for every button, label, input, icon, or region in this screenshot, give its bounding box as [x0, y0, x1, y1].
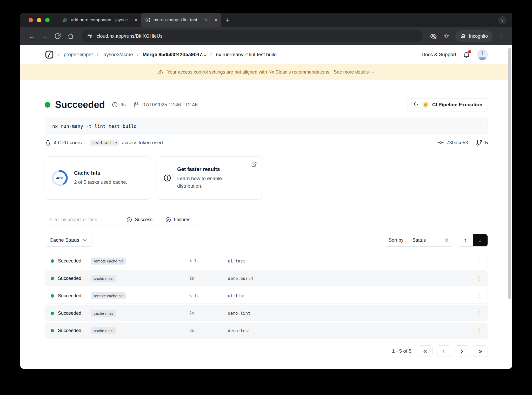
docs-support-link[interactable]: Docs & Support — [422, 52, 456, 57]
home-button[interactable] — [65, 30, 76, 42]
eye-off-icon[interactable] — [428, 30, 439, 42]
table-row[interactable]: Succeeded cache miss 2s demo:lint ⋮ — [45, 305, 488, 321]
sort-direction-toggle: ↑ ↓ — [458, 234, 488, 247]
close-window-button[interactable] — [29, 18, 33, 22]
external-link-icon[interactable] — [251, 161, 257, 167]
breadcrumb-repo[interactable]: jaysoo3/acme — [103, 52, 133, 57]
pr-check-favicon: ✓ — [63, 17, 68, 23]
row-task[interactable]: demo:test — [228, 328, 469, 333]
sort-by-label: Sort by — [384, 234, 408, 246]
row-task[interactable]: demo:build — [228, 276, 469, 281]
row-menu-button[interactable]: ⋮ — [476, 292, 482, 299]
chevron-down-icon — [82, 238, 88, 243]
tab-github-pr[interactable]: ✓ add hero component · jaysoo × — [58, 13, 141, 27]
cache-donut-chart: 40% — [51, 169, 68, 187]
bookmark-star-icon[interactable]: ☆ — [441, 30, 452, 42]
row-status: Succeeded — [58, 328, 89, 333]
run-status-row: Succeeded 9s · 07/10/2025 12:46 - 12:46 … — [45, 98, 488, 111]
row-menu-button[interactable]: ⋮ — [476, 310, 482, 317]
browser-menu-button[interactable]: ⋮ — [496, 33, 507, 40]
url-text[interactable]: cloud.nx.app/runs/BkIXGHleUs — [97, 34, 163, 39]
chevrons-up-down-icon — [444, 238, 449, 243]
forward-button[interactable]: → — [39, 30, 50, 42]
sort-select[interactable]: Status — [408, 234, 453, 246]
cache-badge: cache miss — [91, 327, 116, 334]
back-button[interactable]: ← — [26, 30, 37, 42]
prev-page-button[interactable]: ‹ — [436, 345, 451, 357]
tab-bar: ✓ add hero component · jaysoo × nx run-m… — [20, 13, 512, 27]
maximize-window-button[interactable] — [45, 18, 50, 22]
avatar-shape — [478, 57, 487, 60]
exclamation-circle-icon — [163, 174, 171, 182]
card-body: Learn how to enable distribution. — [177, 175, 242, 190]
table-row[interactable]: Succeeded cache miss 8s demo:test ⋮ — [45, 322, 488, 339]
success-dot — [51, 294, 54, 298]
banner-link[interactable]: See more details → — [334, 69, 375, 75]
minimize-window-button[interactable] — [37, 18, 41, 22]
banner-message: Your access control settings are not ali… — [167, 69, 330, 75]
ci-pipeline-execution-button[interactable]: CI Pipeline Execution — [408, 98, 488, 111]
row-menu-button[interactable]: ⋮ — [476, 258, 482, 264]
cache-badge: cache miss — [91, 310, 116, 317]
close-icon[interactable]: × — [134, 17, 137, 23]
traffic-lights — [29, 18, 50, 22]
dot-separator: · — [471, 140, 473, 146]
sort-descending-button[interactable]: ↓ — [473, 234, 488, 246]
sort-value: Status — [413, 238, 426, 243]
pipeline-status-dot — [423, 102, 429, 108]
notifications-bell-icon[interactable] — [463, 51, 470, 58]
row-task[interactable]: ui:lint — [228, 293, 469, 298]
breadcrumb-separator: / — [58, 52, 59, 57]
linux-penguin-icon — [45, 140, 51, 146]
breadcrumb-merge[interactable]: Merge 85d500f42d5a9b47... — [143, 52, 206, 57]
failures-filter-label: Failures — [174, 217, 190, 222]
run-command: nx run-many -t lint test build — [52, 123, 137, 129]
x-circle-icon — [165, 217, 171, 223]
last-page-button[interactable]: » — [473, 345, 488, 357]
new-tab-button[interactable]: + — [226, 16, 230, 24]
row-status: Succeeded — [58, 258, 89, 264]
breadcrumb-workspace[interactable]: proper-limpet — [64, 52, 93, 57]
site-settings-icon[interactable] — [87, 33, 93, 39]
filter-input[interactable] — [45, 214, 120, 226]
notification-dot — [468, 50, 471, 53]
table-row[interactable]: Succeeded remote cache hit < 1s ui:lint … — [45, 288, 488, 304]
card-title: Cache hits — [74, 170, 127, 176]
clock-icon — [112, 102, 118, 108]
cache-badge: remote cache hit — [91, 258, 126, 265]
cache-percent-label: 40% — [51, 169, 68, 187]
user-avatar[interactable]: T — [477, 49, 488, 60]
breadcrumb-run: nx run-many -t lint test build — [216, 52, 276, 57]
cache-badge: remote cache hit — [91, 292, 126, 299]
scrollbar[interactable] — [508, 48, 511, 299]
commit-sha[interactable]: 730dce53 — [447, 140, 468, 146]
row-task[interactable]: demo:lint — [228, 311, 469, 316]
pagination-label: 1 - 5 of 5 — [392, 348, 411, 354]
failures-filter-button[interactable]: Failures — [159, 214, 197, 226]
tab-nx-run[interactable]: nx run-many -t lint test ... fro × — [141, 13, 221, 27]
sort-ascending-button[interactable]: ↑ — [458, 234, 473, 246]
reload-button[interactable] — [52, 30, 63, 42]
table-row[interactable]: Succeeded cache miss 9s demo:build ⋮ — [45, 270, 488, 286]
success-filter-button[interactable]: Success — [120, 214, 159, 226]
address-bar[interactable]: cloud.nx.app/runs/BkIXGHleUs — [82, 30, 423, 42]
row-task[interactable]: ui:test — [228, 259, 469, 264]
app-header: / proper-limpet / jaysoo3/acme / Merge 8… — [20, 45, 512, 64]
tab-search-button[interactable]: ∨ — [498, 16, 507, 24]
dot-separator: · — [129, 102, 130, 108]
success-dot — [51, 329, 54, 332]
row-menu-button[interactable]: ⋮ — [476, 275, 482, 282]
cache-status-dropdown[interactable]: Cache Status — [45, 234, 92, 247]
run-duration: 9s — [121, 102, 126, 108]
first-page-button[interactable]: « — [418, 345, 433, 357]
nx-logo-icon[interactable] — [45, 50, 54, 59]
row-menu-button[interactable]: ⋮ — [476, 327, 482, 334]
branch-count[interactable]: 5 — [485, 140, 488, 146]
cache-hits-card[interactable]: 40% Cache hits 2 of 5 tasks used cache. — [45, 156, 150, 200]
next-page-button[interactable]: › — [455, 345, 469, 357]
table-row[interactable]: Succeeded remote cache hit < 1s ui:test … — [45, 253, 488, 269]
success-filter-label: Success — [135, 217, 152, 222]
close-icon[interactable]: × — [214, 17, 217, 23]
incognito-icon — [460, 33, 466, 39]
get-faster-results-card[interactable]: Get faster results Learn how to enable d… — [157, 156, 262, 200]
